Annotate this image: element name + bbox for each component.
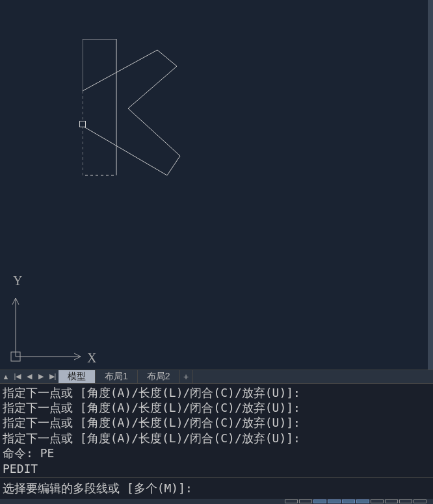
history-line: 命令: PE xyxy=(3,446,430,460)
tab-nav-up[interactable]: ▲ xyxy=(0,371,12,383)
ucs-icon xyxy=(9,279,94,363)
tab-layout1[interactable]: 布局1 xyxy=(96,370,138,383)
command-history[interactable]: 指定下一点或 [角度(A)/长度(L)/闭合(C)/放弃(U)]: 指定下一点或… xyxy=(0,384,433,477)
status-toggle-8[interactable] xyxy=(385,499,398,503)
layout-tab-bar: ▲ |◀ ◀ ▶ ▶| 模型 布局1 布局2 + xyxy=(0,370,433,384)
ucs-axes: Y X xyxy=(9,279,94,363)
tab-add[interactable]: + xyxy=(180,370,193,383)
tab-layout2[interactable]: 布局2 xyxy=(138,370,180,383)
axis-x-label: X xyxy=(87,351,96,366)
status-toggle-9[interactable] xyxy=(399,499,412,503)
tab-nav-first[interactable]: |◀ xyxy=(12,371,23,383)
status-bar xyxy=(0,499,433,504)
command-input[interactable]: 选择要编辑的多段线或 [多个(M)]: xyxy=(0,477,433,499)
history-line: 指定下一点或 [角度(A)/长度(L)/闭合(C)/放弃(U)]: xyxy=(3,431,430,446)
status-toggle-5[interactable] xyxy=(342,499,355,503)
grip-handle[interactable] xyxy=(79,121,86,127)
tab-nav-next[interactable]: ▶ xyxy=(35,371,47,383)
history-line: 指定下一点或 [角度(A)/长度(L)/闭合(C)/放弃(U)]: xyxy=(3,415,430,430)
axis-y-label: Y xyxy=(13,273,22,288)
status-toggle-2[interactable] xyxy=(299,499,312,503)
tab-model[interactable]: 模型 xyxy=(59,370,96,383)
status-toggle-3[interactable] xyxy=(313,499,326,503)
history-line: PEDIT xyxy=(3,461,430,476)
status-toggle-1[interactable] xyxy=(285,499,298,503)
tab-nav-last[interactable]: ▶| xyxy=(47,371,59,383)
tab-nav-prev[interactable]: ◀ xyxy=(23,371,35,383)
k-polyline-shape xyxy=(83,39,187,184)
history-line: 指定下一点或 [角度(A)/长度(L)/闭合(C)/放弃(U)]: xyxy=(3,400,430,415)
drawing-canvas[interactable]: Y X xyxy=(0,0,433,370)
status-toggle-4[interactable] xyxy=(328,499,341,503)
status-toggle-7[interactable] xyxy=(371,499,384,503)
status-toggle-10[interactable] xyxy=(413,499,426,503)
status-toggle-6[interactable] xyxy=(356,499,369,503)
command-prompt: 选择要编辑的多段线或 [多个(M)]: xyxy=(3,481,192,495)
history-line: 指定下一点或 [角度(A)/长度(L)/闭合(C)/放弃(U)]: xyxy=(3,385,430,400)
